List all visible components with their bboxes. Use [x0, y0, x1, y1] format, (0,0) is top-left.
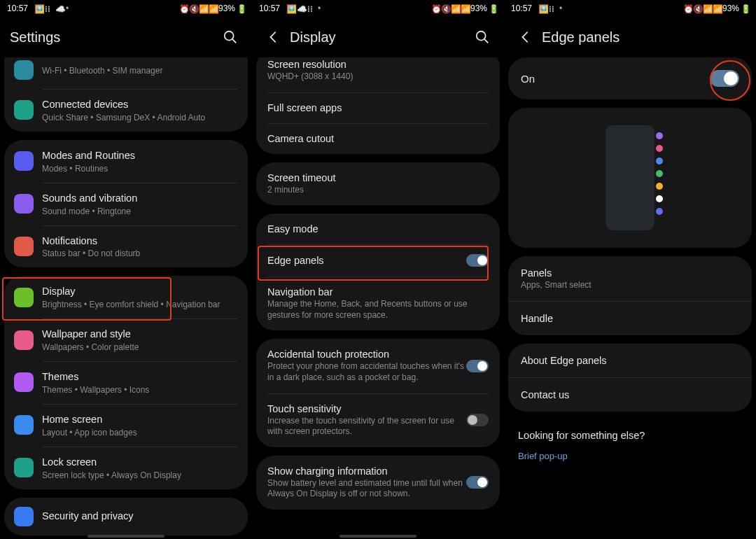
edge-item-handle[interactable]: Handle — [508, 301, 752, 335]
settings-item-security[interactable]: Security and privacy — [4, 498, 248, 536]
search-icon — [475, 29, 490, 45]
display-item-sub: Show battery level and estimated time un… — [267, 478, 466, 500]
home-icon — [14, 415, 34, 435]
display-list[interactable]: Screen resolution WQHD+ (3088 x 1440) Fu… — [252, 57, 504, 539]
cloud-status-icon: ☁️ — [55, 4, 64, 13]
fitbit-status-icon: ⁞⁞ — [307, 4, 316, 13]
settings-item-display[interactable]: Display Brightness • Eye comfort shield … — [4, 276, 248, 318]
settings-item-sounds[interactable]: Sounds and vibration Sound mode • Ringto… — [4, 183, 248, 225]
dot-icon — [656, 195, 663, 202]
search-button[interactable] — [470, 25, 494, 49]
alarm-icon: ⏰ — [683, 4, 692, 13]
dot-icon — [656, 170, 663, 177]
modes-icon — [14, 151, 34, 171]
settings-item-title: Display — [42, 285, 238, 298]
settings-item-wallpaper[interactable]: Wallpaper and style Wallpapers • Color p… — [4, 318, 248, 361]
settings-list[interactable]: Wi-Fi • Bluetooth • SIM manager Connecte… — [0, 57, 252, 539]
display-icon — [14, 288, 34, 307]
battery-icon: 🔋 — [237, 4, 245, 13]
display-item-title: Touch sensitivity — [267, 403, 466, 414]
settings-item-lock[interactable]: Lock screen Screen lock type • Always On… — [4, 447, 248, 489]
on-label: On — [521, 73, 710, 85]
edge-item-title: Contact us — [521, 389, 739, 400]
wifi-icon: 📶 — [199, 4, 207, 13]
settings-item-sub: Layout • App icon badges — [42, 428, 238, 438]
settings-item-modes[interactable]: Modes and Routines Modes • Routines — [4, 140, 248, 183]
display-item-camera-cutout[interactable]: Camera cutout — [256, 123, 500, 154]
settings-item-title: Connected devices — [42, 98, 238, 111]
display-item-edge-panels[interactable]: Edge panels — [256, 244, 500, 276]
display-item-navbar[interactable]: Navigation bar Manage the Home, Back, an… — [256, 276, 500, 330]
edge-item-title: Handle — [521, 313, 739, 324]
sound-icon — [14, 194, 34, 214]
wifi-icon: 📶 — [703, 4, 711, 13]
display-item-resolution[interactable]: Screen resolution WQHD+ (3088 x 1440) — [256, 57, 500, 92]
charging-info-toggle[interactable] — [466, 476, 489, 489]
display-section: Accidental touch protection Protect your… — [256, 339, 500, 447]
settings-item-connected-devices[interactable]: Connected devices Quick Share • Samsung … — [4, 89, 248, 132]
display-item-sub: Increase the touch sensitivity of the sc… — [267, 416, 466, 438]
gallery-status-icon: 🖼️ — [538, 4, 547, 13]
settings-item-sub: Modes • Routines — [42, 164, 238, 174]
brief-popup-link[interactable]: Brief pop-up — [518, 451, 742, 471]
battery-percent: 93% — [722, 4, 739, 13]
back-button[interactable] — [514, 25, 538, 49]
scroll-indicator — [88, 535, 164, 538]
signal-icon: 📶 — [461, 4, 469, 13]
more-status-icon: • — [559, 4, 562, 13]
edge-item-title: About Edge panels — [521, 355, 739, 366]
display-item-sub: WQHD+ (3088 x 1440) — [267, 71, 489, 83]
settings-item-notifications[interactable]: Notifications Status bar • Do not distur… — [4, 225, 248, 268]
page-title: Edge panels — [542, 29, 620, 46]
settings-item-sub: Themes • Wallpapers • Icons — [42, 385, 238, 395]
settings-group: Security and privacy — [4, 498, 248, 536]
settings-item-title: Home screen — [42, 413, 238, 426]
back-button[interactable] — [262, 25, 286, 49]
settings-item-title: Lock screen — [42, 456, 238, 469]
settings-item-title: Modes and Routines — [42, 149, 238, 162]
settings-item-sub: Quick Share • Samsung DeX • Android Auto — [42, 113, 238, 122]
display-section: Screen timeout 2 minutes — [256, 162, 500, 206]
display-item-touch-sensitivity[interactable]: Touch sensitivity Increase the touch sen… — [256, 393, 500, 447]
accidental-touch-toggle[interactable] — [466, 360, 489, 372]
mute-icon: 🔇 — [441, 4, 449, 13]
edge-item-contact[interactable]: Contact us — [508, 377, 752, 412]
display-item-title: Navigation bar — [267, 286, 489, 298]
edge-item-panels[interactable]: Panels Apps, Smart select — [508, 256, 752, 301]
more-status-icon: • — [66, 4, 69, 13]
settings-item-sub: Wallpapers • Color palette — [42, 342, 238, 352]
display-item-fullscreen[interactable]: Full screen apps — [256, 92, 500, 123]
edge-item-sub: Apps, Smart select — [521, 280, 739, 290]
display-item-charging-info[interactable]: Show charging information Show battery l… — [256, 456, 500, 510]
edge-item-title: Panels — [521, 267, 739, 279]
display-item-sub: Protect your phone from accidental touch… — [267, 361, 466, 383]
edge-panels-toggle[interactable] — [466, 254, 489, 267]
edge-on-row[interactable]: On — [508, 57, 752, 99]
display-item-accidental[interactable]: Accidental touch protection Protect your… — [256, 339, 500, 393]
looking-section: Looking for something else? Brief pop-up — [504, 420, 756, 474]
edge-on-card: On — [508, 57, 752, 99]
dot-icon — [656, 158, 663, 164]
chevron-left-icon — [518, 29, 533, 45]
battery-percent: 93% — [470, 4, 487, 13]
settings-item-connections[interactable]: Wi-Fi • Bluetooth • SIM manager — [4, 57, 248, 89]
display-item-easy-mode[interactable]: Easy mode — [256, 214, 500, 244]
svg-point-2 — [477, 31, 486, 41]
signal-icon: 📶 — [713, 4, 721, 13]
settings-item-home[interactable]: Home screen Layout • App icon badges — [4, 404, 248, 447]
edge-header: Edge panels — [504, 17, 756, 57]
battery-percent: 93% — [218, 4, 235, 13]
display-section: Screen resolution WQHD+ (3088 x 1440) Fu… — [256, 57, 500, 154]
edge-item-about[interactable]: About Edge panels — [508, 344, 752, 377]
search-button[interactable] — [218, 25, 242, 49]
settings-item-themes[interactable]: Themes Themes • Wallpapers • Icons — [4, 361, 248, 404]
touch-sensitivity-toggle[interactable] — [466, 414, 489, 426]
settings-item-sub: Screen lock type • Always On Display — [42, 470, 238, 480]
scroll-indicator — [340, 535, 416, 538]
display-item-sub: Manage the Home, Back, and Recents butto… — [267, 299, 489, 321]
more-status-icon: • — [318, 4, 321, 13]
display-item-title: Screen timeout — [267, 172, 489, 183]
edge-master-toggle[interactable] — [710, 70, 739, 87]
display-section: Show charging information Show battery l… — [256, 456, 500, 510]
display-item-timeout[interactable]: Screen timeout 2 minutes — [256, 162, 500, 206]
